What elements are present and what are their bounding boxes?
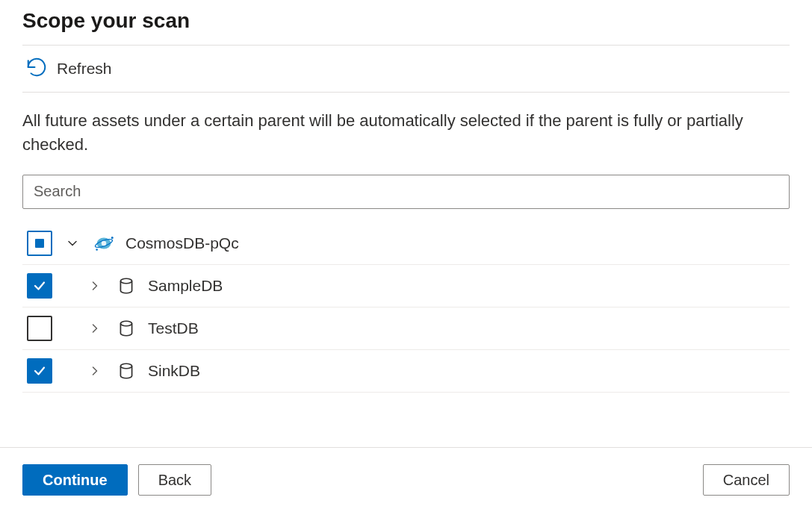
chevron-right-icon[interactable] xyxy=(85,319,105,338)
description-text: All future assets under a certain parent… xyxy=(22,93,769,175)
database-icon xyxy=(115,275,137,297)
svg-point-5 xyxy=(120,278,131,284)
checkbox-unchecked[interactable] xyxy=(27,316,52,341)
search-input[interactable] xyxy=(22,175,790,209)
svg-point-7 xyxy=(120,363,131,369)
refresh-button[interactable]: Refresh xyxy=(22,46,790,92)
tree-root-label: CosmosDB-pQc xyxy=(125,234,239,252)
svg-point-6 xyxy=(120,321,131,326)
asset-tree: CosmosDB-pQc SampleDB xyxy=(22,222,790,393)
refresh-icon xyxy=(25,56,48,81)
cosmos-db-icon xyxy=(93,232,115,255)
database-icon xyxy=(115,317,137,340)
chevron-down-icon[interactable] xyxy=(63,234,82,253)
refresh-label: Refresh xyxy=(57,60,112,78)
database-icon xyxy=(115,360,137,382)
checkbox-checked[interactable] xyxy=(27,273,52,299)
tree-item-label: TestDB xyxy=(148,319,199,337)
chevron-right-icon[interactable] xyxy=(85,361,105,381)
tree-row[interactable]: TestDB xyxy=(22,307,790,350)
svg-point-4 xyxy=(96,249,98,251)
back-button[interactable]: Back xyxy=(138,464,211,496)
page-title: Scope your scan xyxy=(22,9,790,45)
checkbox-checked[interactable] xyxy=(27,358,52,384)
svg-point-2 xyxy=(102,241,107,246)
tree-row[interactable]: SinkDB xyxy=(22,350,790,393)
svg-point-3 xyxy=(111,237,114,239)
tree-item-label: SinkDB xyxy=(148,362,200,380)
chevron-right-icon[interactable] xyxy=(85,276,105,296)
tree-row[interactable]: SampleDB xyxy=(22,265,790,307)
checkbox-indeterminate[interactable] xyxy=(27,231,52,256)
cancel-button[interactable]: Cancel xyxy=(703,464,790,496)
continue-button[interactable]: Continue xyxy=(22,464,128,496)
footer: Continue Back Cancel xyxy=(0,447,812,512)
tree-row-root[interactable]: CosmosDB-pQc xyxy=(22,222,790,265)
tree-item-label: SampleDB xyxy=(148,277,223,295)
